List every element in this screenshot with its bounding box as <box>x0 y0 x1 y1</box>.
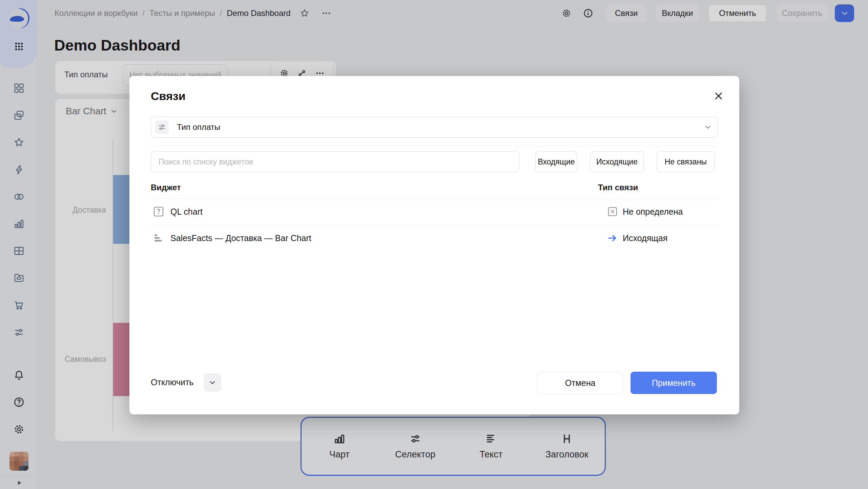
link-type-label: Не определена <box>623 207 683 217</box>
table-row[interactable]: QL chart Не определена <box>151 198 718 225</box>
chevron-down-icon <box>703 123 712 132</box>
filter-incoming-button[interactable]: Входящие <box>535 151 577 172</box>
cancel-button[interactable]: Отмена <box>537 372 623 394</box>
link-undefined-icon <box>606 206 619 218</box>
widget-name: QL chart <box>170 207 203 217</box>
close-icon[interactable] <box>713 90 724 102</box>
app-root: Коллекции и воркбуки / Тесты и примеры /… <box>0 0 868 489</box>
disable-dropdown-button[interactable] <box>204 373 221 392</box>
chevron-down-icon <box>208 378 217 387</box>
link-type-cell: Исходящая <box>606 232 667 244</box>
modal-divider <box>151 146 718 146</box>
apply-button[interactable]: Применить <box>631 372 717 394</box>
widget-search-input[interactable] <box>151 151 519 172</box>
link-type-cell: Не определена <box>606 206 683 218</box>
widget-name: SalesFacts — Доставка — Bar Chart <box>170 233 311 243</box>
column-header-widget: Виджет <box>151 183 181 192</box>
modal-title: Связи <box>151 90 186 103</box>
column-header-link-type: Тип связи <box>598 183 638 192</box>
link-type-label: Исходящая <box>623 233 667 243</box>
links-modal: Связи Тип оплаты Входящие Исходящие Не с… <box>129 76 739 414</box>
filter-outgoing-button[interactable]: Исходящие <box>590 151 644 172</box>
widget-selector-dropdown[interactable]: Тип оплаты <box>151 117 718 138</box>
selected-widget-name: Тип оплаты <box>177 122 220 132</box>
table-row[interactable]: SalesFacts — Доставка — Bar Chart Исходя… <box>151 225 718 251</box>
outgoing-arrow-icon <box>606 232 619 244</box>
selector-type-icon <box>155 120 169 134</box>
bar-chart-widget-icon <box>152 232 165 244</box>
filter-unlinked-button[interactable]: Не связаны <box>657 151 715 172</box>
disable-links-button[interactable]: Отключить <box>151 377 193 387</box>
ql-chart-icon <box>152 205 165 218</box>
